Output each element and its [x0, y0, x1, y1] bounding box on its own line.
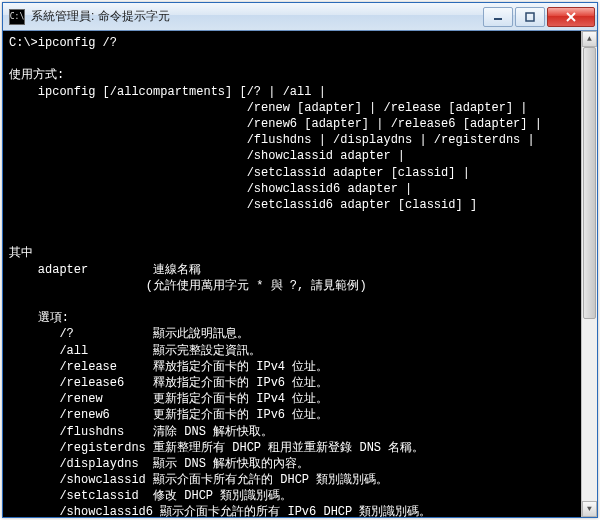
cmd-icon: C:\ — [9, 9, 25, 25]
terminal-line: /all 顯示完整設定資訊。 — [9, 343, 591, 359]
terminal-line: /setclassid adapter [classid] | — [9, 165, 591, 181]
terminal-line: /renew6 更新指定介面卡的 IPv6 位址。 — [9, 407, 591, 423]
terminal-line: 使用方式: — [9, 67, 591, 83]
scroll-up-button[interactable]: ▲ — [582, 31, 597, 47]
terminal-line — [9, 294, 591, 310]
terminal-line: /showclassid6 adapter | — [9, 181, 591, 197]
terminal-line: /showclassid6 顯示介面卡允許的所有 IPv6 DHCP 類別識別碼… — [9, 504, 591, 517]
titlebar[interactable]: C:\ 系統管理員: 命令提示字元 — [3, 3, 597, 31]
minimize-button[interactable] — [483, 7, 513, 27]
svg-rect-1 — [526, 13, 534, 21]
command-prompt-window: C:\ 系統管理員: 命令提示字元 C:\>ipconfig /? 使用方式: … — [2, 2, 598, 518]
terminal-line: adapter 連線名稱 — [9, 262, 591, 278]
terminal-line: (允許使用萬用字元 * 與 ?, 請見範例) — [9, 278, 591, 294]
terminal-line — [9, 213, 591, 229]
terminal-line: /? 顯示此說明訊息。 — [9, 326, 591, 342]
terminal-line: /setclassid 修改 DHCP 類別識別碼。 — [9, 488, 591, 504]
terminal-line: /release 釋放指定介面卡的 IPv4 位址。 — [9, 359, 591, 375]
vertical-scrollbar[interactable]: ▲ ▼ — [581, 31, 597, 517]
terminal-line: ipconfig [/allcompartments] [/? | /all | — [9, 84, 591, 100]
scrollbar-thumb[interactable] — [583, 47, 596, 319]
minimize-icon — [493, 12, 503, 22]
chevron-down-icon: ▼ — [587, 504, 592, 515]
window-controls — [481, 7, 595, 27]
terminal-line: /renew [adapter] | /release [adapter] | — [9, 100, 591, 116]
scroll-down-button[interactable]: ▼ — [582, 501, 597, 517]
terminal-line — [9, 229, 591, 245]
close-button[interactable] — [547, 7, 595, 27]
terminal-line: C:\>ipconfig /? — [9, 35, 591, 51]
terminal-line — [9, 51, 591, 67]
terminal-line: /release6 釋放指定介面卡的 IPv6 位址。 — [9, 375, 591, 391]
terminal-line: /registerdns 重新整理所有 DHCP 租用並重新登錄 DNS 名稱。 — [9, 440, 591, 456]
terminal-line: /flushdns | /displaydns | /registerdns | — [9, 132, 591, 148]
maximize-button[interactable] — [515, 7, 545, 27]
terminal-line: /showclassid 顯示介面卡所有允許的 DHCP 類別識別碼。 — [9, 472, 591, 488]
terminal-line: /flushdns 清除 DNS 解析快取。 — [9, 424, 591, 440]
chevron-up-icon: ▲ — [587, 34, 592, 45]
window-title: 系統管理員: 命令提示字元 — [31, 8, 481, 25]
terminal-line: /displaydns 顯示 DNS 解析快取的內容。 — [9, 456, 591, 472]
terminal-line: 其中 — [9, 245, 591, 261]
terminal-line: /renew6 [adapter] | /release6 [adapter] … — [9, 116, 591, 132]
close-icon — [566, 12, 576, 22]
terminal-line: /showclassid adapter | — [9, 148, 591, 164]
scrollbar-track[interactable] — [582, 47, 597, 501]
terminal-line: /setclassid6 adapter [classid] ] — [9, 197, 591, 213]
maximize-icon — [525, 12, 535, 22]
terminal-line: /renew 更新指定介面卡的 IPv4 位址。 — [9, 391, 591, 407]
terminal-output[interactable]: C:\>ipconfig /? 使用方式: ipconfig [/allcomp… — [3, 31, 597, 517]
terminal-line: 選項: — [9, 310, 591, 326]
